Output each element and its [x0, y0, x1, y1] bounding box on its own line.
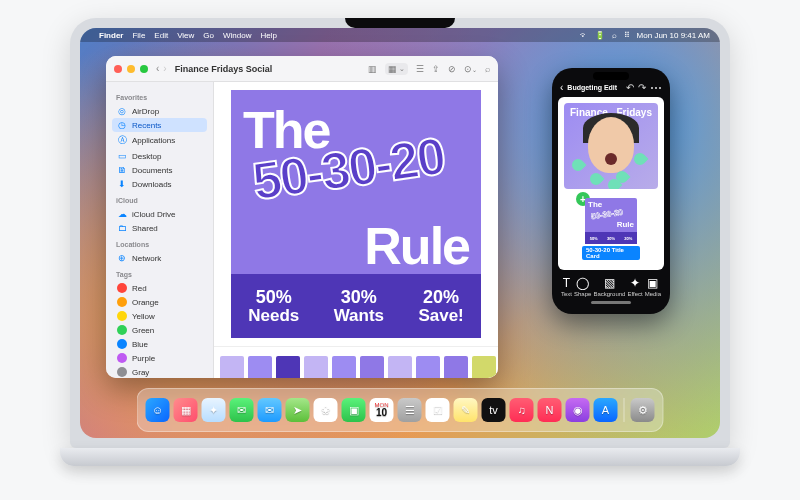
sidebar-item-downloads[interactable]: ⬇Downloads [112, 177, 207, 191]
menubar-item-view[interactable]: View [177, 31, 194, 40]
dock-icon-messages[interactable]: ✉ [230, 398, 254, 422]
dock-icon-system[interactable]: ⚙ [631, 398, 655, 422]
gallery-view-icon[interactable]: ▥ [368, 64, 377, 74]
battery-icon[interactable]: 🔋 [595, 31, 605, 40]
macbook-frame: Finder File Edit View Go Window Help ᯤ 🔋… [70, 18, 730, 448]
text-icon: T [563, 276, 570, 290]
dock-icon-launchpad[interactable]: ▦ [174, 398, 198, 422]
gallery-thumbnail[interactable] [388, 356, 412, 379]
sidebar-item-desktop[interactable]: ▭Desktop [112, 149, 207, 163]
finder-sidebar: Favorites ◎AirDrop ◷Recents ⒶApplication… [106, 82, 214, 378]
canvas-title-card[interactable]: + The 50-30-20 Rule 50% 30% 20% 50-30-20… [582, 198, 640, 260]
dock-icon-finder[interactable]: ☺ [146, 398, 170, 422]
spotlight-icon[interactable]: ⌕ [612, 31, 617, 40]
menubar-item-window[interactable]: Window [223, 31, 251, 40]
sidebar-item-applications[interactable]: ⒶApplications [112, 132, 207, 149]
tool-text[interactable]: TText [561, 276, 572, 297]
gallery-thumbnail[interactable] [220, 356, 244, 379]
window-close-button[interactable] [114, 65, 122, 73]
gallery-thumbnail[interactable] [444, 356, 468, 379]
dock-icon-facetime[interactable]: ▣ [342, 398, 366, 422]
nav-forward-button[interactable]: › [163, 63, 166, 74]
tool-media[interactable]: ▣Media [645, 276, 661, 297]
dock-icon-news[interactable]: N [538, 398, 562, 422]
view-mode-picker[interactable]: ▦ ⌄ [385, 63, 408, 75]
dock-icon-photos[interactable]: ❀ [314, 398, 338, 422]
gallery-thumbnail[interactable] [332, 356, 356, 379]
window-zoom-button[interactable] [140, 65, 148, 73]
sidebar-item-network[interactable]: ⊕Network [112, 251, 207, 265]
dock-icon-contacts[interactable]: ☰ [398, 398, 422, 422]
gallery-thumbnail[interactable] [360, 356, 384, 379]
gallery-thumbnail[interactable] [304, 356, 328, 379]
dynamic-island [593, 72, 629, 80]
mini-text-rule: Rule [617, 220, 634, 229]
sidebar-tag-red[interactable]: Red [112, 281, 207, 295]
sidebar-section-favorites: Favorites [116, 94, 207, 101]
sidebar-item-label: Purple [132, 354, 155, 363]
tool-effect[interactable]: ✦Effect [627, 276, 642, 297]
sidebar-item-documents[interactable]: 🗎Documents [112, 163, 207, 177]
sidebar-item-shared[interactable]: 🗀Shared [112, 221, 207, 235]
gallery-thumbnail[interactable] [248, 356, 272, 379]
calendar-daynum: 10 [376, 408, 387, 418]
control-center-icon[interactable]: ⠿ [624, 31, 630, 40]
search-icon[interactable]: ⌕ [485, 64, 490, 74]
gallery-thumbnail[interactable] [472, 356, 496, 379]
sidebar-tag-purple[interactable]: Purple [112, 351, 207, 365]
sidebar-tag-blue[interactable]: Blue [112, 337, 207, 351]
group-by-icon[interactable]: ☰ [416, 64, 424, 74]
menubar-item-edit[interactable]: Edit [154, 31, 168, 40]
sidebar-item-airdrop[interactable]: ◎AirDrop [112, 104, 207, 118]
undo-icon[interactable]: ↶ [626, 82, 634, 93]
dock-icon-reminders[interactable]: ☑ [426, 398, 450, 422]
poster-50-30-20[interactable]: The 50-30-20 Rule 50% Needs 30% Wants [231, 90, 481, 338]
wifi-icon[interactable]: ᯤ [580, 31, 588, 40]
share-icon[interactable]: ⇪ [432, 64, 440, 74]
dock-icon-tv[interactable]: tv [482, 398, 506, 422]
menubar-item-help[interactable]: Help [260, 31, 276, 40]
menubar-item-go[interactable]: Go [203, 31, 214, 40]
dock-icon-appstore[interactable]: A [594, 398, 618, 422]
dock-icon-podcasts[interactable]: ◉ [566, 398, 590, 422]
finder-thumbnail-strip [214, 346, 498, 378]
gallery-thumbnail[interactable] [416, 356, 440, 379]
sidebar-item-label: iCloud Drive [132, 210, 176, 219]
dock-icon-safari[interactable]: ✦ [202, 398, 226, 422]
sidebar-tag-gray[interactable]: Gray [112, 365, 207, 378]
finder-window: ‹ › Finance Fridays Social ▥ ▦ ⌄ ☰ ⇪ ⊘ ⊙… [106, 56, 498, 378]
dock-icon-music[interactable]: ♫ [510, 398, 534, 422]
iphone-back-button[interactable]: ‹ [560, 82, 563, 93]
gallery-thumbnail[interactable] [276, 356, 300, 379]
desktop-icon: ▭ [117, 151, 127, 161]
sidebar-item-label: Documents [132, 166, 172, 175]
actions-menu-icon[interactable]: ⊙⌄ [464, 64, 477, 74]
iphone-mirroring-window[interactable]: ‹ Budgeting Edit ↶ ↷ ⋯ Finance Fridays [552, 68, 670, 314]
dock-icon-maps[interactable]: ➤ [286, 398, 310, 422]
dock-icon-mail[interactable]: ✉ [258, 398, 282, 422]
sidebar-item-icloud-drive[interactable]: ☁iCloud Drive [112, 207, 207, 221]
canvas-photo[interactable]: Finance Fridays [564, 103, 658, 189]
dock-icon-notes[interactable]: ✎ [454, 398, 478, 422]
window-minimize-button[interactable] [127, 65, 135, 73]
menubar-datetime[interactable]: Mon Jun 10 9:41 AM [637, 31, 710, 40]
dock-icon-calendar[interactable]: MON10 [370, 398, 394, 422]
nav-back-button[interactable]: ‹ [156, 63, 159, 74]
poster-band-pct: 20% [418, 288, 463, 307]
sidebar-item-recents[interactable]: ◷Recents [112, 118, 207, 132]
menubar-item-file[interactable]: File [132, 31, 145, 40]
tool-background[interactable]: ▧Background [593, 276, 625, 297]
sidebar-tag-green[interactable]: Green [112, 323, 207, 337]
poster-band-label: Save! [418, 307, 463, 325]
tool-shape[interactable]: ◯Shape [574, 276, 591, 297]
sidebar-tag-yellow[interactable]: Yellow [112, 309, 207, 323]
redo-icon[interactable]: ↷ [638, 82, 646, 93]
iphone-home-indicator[interactable] [591, 301, 631, 304]
sidebar-tag-orange[interactable]: Orange [112, 295, 207, 309]
network-icon: ⊕ [117, 253, 127, 263]
menubar-app-name[interactable]: Finder [99, 31, 123, 40]
media-icon: ▣ [647, 276, 658, 290]
iphone-canvas[interactable]: Finance Fridays + The 50-30-20 [558, 97, 664, 270]
tags-icon[interactable]: ⊘ [448, 64, 456, 74]
sidebar-item-label: Shared [132, 224, 158, 233]
